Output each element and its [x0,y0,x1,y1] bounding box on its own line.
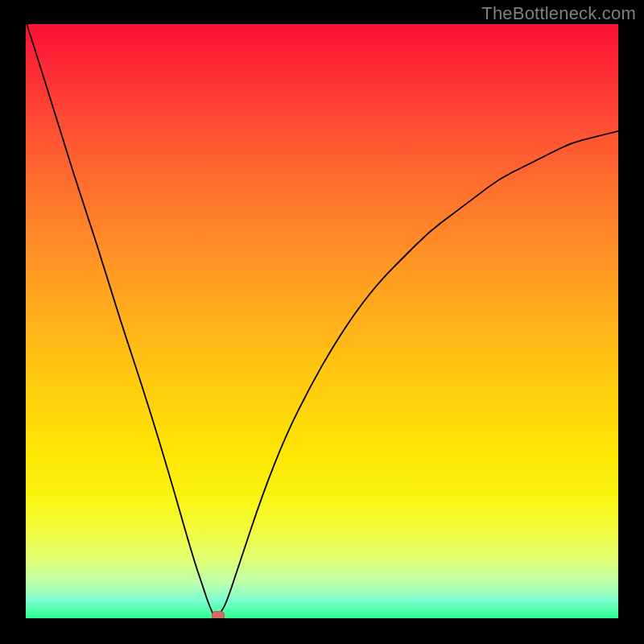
optimal-marker [212,611,225,618]
bottleneck-curve [26,24,618,617]
chart-frame: TheBottleneck.com [0,0,644,644]
attribution-text: TheBottleneck.com [481,3,636,24]
bottleneck-curve-layer [26,24,618,618]
plot-area [26,24,618,618]
